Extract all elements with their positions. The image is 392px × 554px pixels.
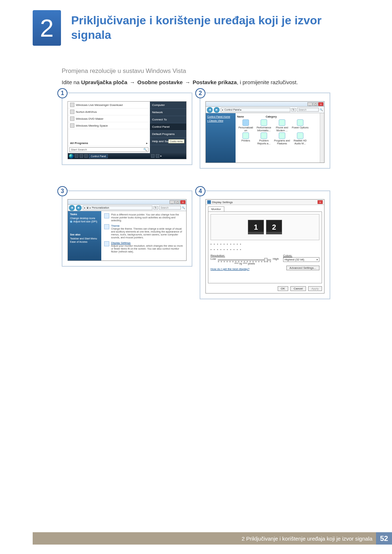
address-bar[interactable]: ▸ 🖥 ▸ Personalization (83, 206, 152, 210)
colors-dropdown[interactable]: Highest (32 bit) (283, 257, 319, 262)
chapter-number-box: 2 (33, 10, 61, 46)
ok-button[interactable]: OK (278, 286, 289, 291)
power-row: ▸ (150, 153, 186, 159)
all-programs-item[interactable]: All Programs (68, 140, 150, 146)
item-desc: Change the theme. Themes can change a wi… (111, 227, 183, 239)
taskbar-quick-icon[interactable] (84, 154, 88, 158)
start-orb-icon[interactable] (69, 154, 74, 159)
advanced-settings-button[interactable]: Advanced Settings... (286, 266, 319, 270)
sidebar-home-link[interactable]: Control Panel Home (207, 115, 234, 119)
personalization-item[interactable]: Pick a different mouse pointer. You can … (104, 213, 183, 222)
back-button-icon[interactable]: ◄ (69, 205, 75, 211)
sidebar-link[interactable]: Ease of Access (70, 240, 99, 243)
cp-icon[interactable]: Phone and Modem ... (273, 119, 291, 132)
resolution-slider[interactable] (218, 259, 271, 260)
display-settings-item[interactable]: Display SettingsAdjust your monitor reso… (104, 241, 183, 253)
forward-button-icon[interactable]: ► (214, 107, 220, 113)
taskbar-quick-icon[interactable] (75, 154, 78, 158)
scrollbar[interactable] (320, 113, 324, 163)
mouse-icon (104, 213, 109, 218)
cp-icon[interactable]: Problem Reports a... (255, 132, 273, 145)
sidebar-link[interactable]: Change desktop icons (70, 217, 99, 220)
monitor-1[interactable]: 1 (248, 220, 264, 234)
maximize-button[interactable]: ▢ (175, 200, 180, 204)
slider-thumb[interactable] (264, 258, 268, 262)
start-item-label: Windows Live Messenger Download (76, 103, 123, 107)
monitor-preview[interactable]: 1 2 (211, 214, 319, 240)
apply-button[interactable]: Apply (308, 286, 322, 291)
refresh-icon[interactable]: ↻ (291, 108, 296, 112)
taskbar-active-button[interactable]: Control Panel (89, 154, 108, 158)
close-button[interactable]: × (318, 200, 323, 204)
box-icon (279, 132, 285, 139)
start-menu-screenshot: Windows Live Messenger Download Norton A… (68, 101, 187, 159)
dialog-title: Display Settings (212, 201, 233, 204)
monitor-2[interactable]: 2 (266, 220, 282, 234)
icon-label: Realtek HD Audio M... (291, 139, 309, 145)
cp-icon[interactable]: Printers (237, 132, 254, 145)
refresh-icon[interactable]: ↻ (154, 206, 158, 210)
help-link[interactable]: How do I get the best display? (211, 267, 279, 271)
personalization-item[interactable]: ThemeChange the theme. Themes can change… (104, 224, 183, 239)
forward-button-icon[interactable]: ► (76, 205, 82, 211)
start-item-label: Windows DVD Maker (76, 117, 103, 120)
maximize-button[interactable]: ▢ (313, 102, 318, 106)
step-badge-1: 1 (57, 88, 68, 98)
app-icon (70, 103, 74, 107)
section-subheading: Promjena rezolucije u sustavu Windows Vi… (62, 67, 359, 75)
seealso-heading: See also (70, 233, 99, 236)
instr-bold-2: Osobne postavke (137, 79, 183, 85)
minimize-button[interactable]: _ (307, 102, 313, 106)
start-right-item[interactable]: Network (150, 109, 186, 116)
col-name: Name (237, 115, 244, 118)
shield-icon (70, 221, 72, 223)
icon-label: Power Options (292, 126, 309, 129)
window-titlebar: _ ▢ × (206, 102, 324, 107)
sidebar-classic-link[interactable]: • Classic View (207, 119, 234, 123)
start-item[interactable]: Windows Meeting Space (68, 122, 150, 129)
start-item[interactable]: Windows DVD Maker (68, 115, 150, 122)
colors-value: Highest (32 bit) (285, 258, 304, 261)
search-input[interactable]: Search (159, 206, 181, 210)
personalization-screenshot: _ ▢ × ◄ ► ▸ 🖥 ▸ Personalization ↻ Search… (68, 199, 187, 261)
chevron-right-icon[interactable]: ▸ (160, 155, 162, 157)
power-icon[interactable] (151, 154, 155, 158)
instr-suffix: , i promijenite razlučivost. (237, 79, 298, 85)
search-icon[interactable]: 🔍 (182, 206, 185, 209)
sidebar-link[interactable]: Taskbar and Start Menu (70, 237, 99, 240)
back-button-icon[interactable]: ◄ (207, 107, 213, 113)
start-right-control-panel[interactable]: Control Panel (150, 123, 186, 131)
theme-icon (104, 224, 109, 229)
minimize-button[interactable]: _ (170, 200, 175, 204)
monitor-icon (242, 119, 249, 126)
address-bar[interactable]: ▸ Control Panel ▸ (221, 108, 290, 112)
start-search-input[interactable]: Start Search (69, 147, 148, 152)
start-item[interactable]: Norton AntiVirus (68, 108, 150, 115)
search-input[interactable]: Search (297, 108, 319, 112)
taskbar-quick-icon[interactable] (79, 154, 83, 158)
cp-icon[interactable]: Realtek HD Audio M... (291, 132, 309, 145)
speaker-icon (297, 132, 303, 139)
search-icon[interactable]: 🔍 (320, 108, 323, 111)
sidebar-link[interactable]: Adjust font size (DPI) (70, 220, 99, 223)
monitor-tab[interactable]: Monitor (208, 206, 224, 212)
close-button[interactable]: × (318, 102, 323, 106)
cp-icon[interactable]: Power Options (291, 119, 309, 132)
all-programs-label: All Programs (70, 141, 88, 145)
start-item[interactable]: Windows Live Messenger Download (68, 102, 150, 108)
cancel-button[interactable]: Cancel (290, 286, 306, 291)
step-badge-4: 4 (195, 186, 205, 196)
start-right-item[interactable]: Default Programs (150, 131, 186, 138)
lock-icon[interactable] (156, 154, 159, 158)
start-right-item[interactable]: Computer (150, 102, 186, 109)
placeholder-line: • • • • • • • • • • (211, 248, 319, 251)
display-icon (104, 241, 109, 246)
start-right-item[interactable]: Connect To (150, 116, 186, 123)
close-button[interactable]: × (180, 200, 185, 204)
item-desc: Pick a different mouse pointer. You can … (111, 213, 183, 222)
cp-personalization-icon[interactable]: Personalizati on (237, 119, 254, 132)
cp-icon[interactable]: Performance Informatio... (255, 119, 273, 132)
personalization-main: Pick a different mouse pointer. You can … (101, 211, 186, 260)
cp-icon[interactable]: Programs and Features (273, 132, 291, 145)
tasks-sidebar: Tasks Change desktop icons Adjust font s… (68, 211, 101, 260)
